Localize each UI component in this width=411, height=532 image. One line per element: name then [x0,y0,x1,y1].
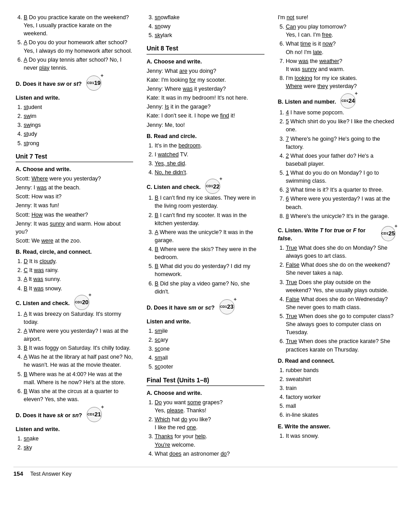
list-item: True What does she do on Monday? She alw… [286,244,395,260]
list-item: factory worker [286,393,395,401]
list-item: 4 I have some popcorn. [286,109,395,117]
list-item: B Where were the skis? They were in the … [155,245,264,261]
list-item: scooter [155,363,264,371]
cd-badge-24: CD1 24 [340,93,356,109]
unit8-sectionC-title: C. Listen and check. [147,183,201,191]
final-sectionA-title: A. Choose and write. [147,389,264,397]
list-item: Thanks for your help. You're welcome. [155,432,264,448]
listen-write-label-3: Listen and write. [147,318,264,326]
unit7-title: Unit 7 Test [16,152,133,162]
list-item: B What did you do yesterday? I did my ho… [155,262,264,278]
item-letter: A [24,57,27,63]
section-d-sk-title: D. Does it have sk or sn? [16,411,82,419]
list-item: Which hat do you like? I like the red on… [155,415,264,431]
list-item: How was the weather? It was sunny and wa… [286,57,395,73]
list-item: snowy [155,22,264,30]
footer-label: Test Answer Key [30,470,71,478]
list-item: strong [24,139,133,147]
cd-badge-22: CD1 22 [205,179,220,194]
list-item: A It was breezy on Saturday. It's stormy… [24,310,133,326]
final-sectionE-list: It was snowy. [278,432,395,440]
final-sectionB-title: B. Listen and number. [278,98,336,106]
list-item: A Do you play tennis after school? No, I… [24,56,133,72]
unit8-sectionC-list: B I can't find my ice skates. They were … [147,194,264,296]
cd-badge-19: CD1 19 [86,75,101,91]
list-item: B Did she play a video game? No, she did… [155,280,264,296]
unit8-sectionD: D. Does it have sm or sc? CD1 23 Listen … [147,299,264,371]
list-item: snake [24,435,133,443]
list-item: True When does she go to computer class?… [286,312,395,336]
list-item: A It was sunny. [24,275,133,283]
cd-badge-21: CD1 21 [87,407,102,422]
list-item: B It was foggy on Saturday. It's chilly … [24,344,133,352]
list-item: 2 What does your father do? He's a baseb… [286,152,395,168]
list-item: 7 Where's he going? He's going to the fa… [286,135,395,151]
list-item: mall [286,402,395,410]
list-item: B I can't find my ice skates. They were … [155,194,264,210]
final-sectionB: B. Listen and number. CD1 24 4 I have so… [278,93,395,220]
sm-sc-list: smile scary scone small scooter [147,327,264,371]
list-item: What does an astronomer do? [155,450,264,458]
list-item: 5 Which shirt do you like? I like the ch… [286,117,395,134]
list-item: I'm looking for my ice skates. Where wer… [286,74,395,90]
list-item: Can you play tomorrow? Yes, I can. I'm f… [286,23,395,39]
list-item: Yes, she did. [155,159,264,168]
list-item: True When does she practice karate? She … [286,337,395,353]
section-d-header: D. Does it have sw or st? CD1 19 [16,75,133,91]
list-item: swim [24,112,133,120]
final-sectionA-list: Do you want some grapes? Yes, please. Th… [147,398,264,458]
unit8-sectionB-title: B. Read and circle. [147,132,264,140]
list-item: A Do you do your homework after school? … [24,38,133,54]
section-d-sk-sn: D. Does it have sk or sn? CD1 21 Listen … [16,407,133,452]
final-sectionB-list: 4 I have some popcorn. 5 Which shirt do … [278,109,395,220]
final-sectionC-list: True What does she do on Monday? She alw… [278,244,395,354]
section-d-title: D. Does it have sw or st? [16,80,82,88]
unit7-sectionB-title: B. Read, circle, and connect. [16,248,133,256]
pre-section-list: B Do you practice karate on the weekend?… [16,13,133,72]
list-item: rubber bands [286,366,395,374]
list-item: It's in the bedroom. [155,142,264,150]
footer: 154 Test Answer Key [13,467,398,478]
final-sectionD-list: rubber bands sweatshirt train factory wo… [278,366,395,419]
list-item: 1 What do you do on Monday? I go to swim… [286,169,395,185]
list-item: It was snowy. [286,432,395,440]
cd-badge-25: CD1 25 [381,226,395,241]
unit7-sectionA-content: Scott: Where were you yesterday? Jenny: … [16,175,133,245]
list-item: A Where was the unicycle? It was in the … [155,228,264,244]
listen-write-label-2: Listen and write. [16,425,133,433]
column-3: I'm not sure! Can you play tomorrow? Yes… [276,13,398,459]
final-sectionA-list-continued: Can you play tomorrow? Yes, I can. I'm f… [278,23,395,90]
list-item: smile [155,327,264,335]
page-number: 154 [13,470,23,478]
list-item: small [155,354,264,362]
list-item: scary [155,336,264,344]
list-item: 8 Where's the unicycle? It's in the gara… [286,212,395,220]
list-item: snowflake [155,13,264,21]
unit8-title: Unit 8 Test [147,44,264,54]
list-item: sweatshirt [286,375,395,383]
list-item: 6 Where were you yesterday? I was at the… [286,195,395,211]
section-d-sw-st: D. Does it have sw or st? CD1 19 Listen … [16,75,133,147]
unit7-sectionC-list: A It was breezy on Saturday. It's stormy… [16,310,133,403]
list-item: B Do you practice karate on the weekend?… [24,13,133,38]
list-item: study [24,130,133,138]
list-item: False What does she do on the weekend? S… [286,261,395,277]
list-item: sky [24,444,133,452]
unit7-sectionC: C. Listen and check. CD1 20 A It was bre… [16,295,133,403]
final-sectionC: C. Listen. Write T for true or F for fal… [278,223,395,354]
list-item: 3 What time is it? It's a quarter to thr… [286,186,395,194]
list-item: C It was rainy. [24,266,133,274]
list-item: I watched TV. [155,151,264,159]
list-item: B I can't find my scooter. It was in the… [155,211,264,227]
unit8-sectionA-title: A. Choose and write. [147,58,264,66]
list-item: Do you want some grapes? Yes, please. Th… [155,398,264,415]
cd-badge-20: CD1 20 [74,295,89,310]
list-item: D It is cloudy. [24,257,133,265]
unit7-sectionB-list: D It is cloudy. C It was rainy. A It was… [16,257,133,293]
column-1: B Do you practice karate on the weekend?… [13,13,135,459]
item-letter: B [24,14,27,21]
unit8-sectionA-content: Jenny: What are you doing? Kate: I'm loo… [147,67,264,129]
list-item: B It was snowy. [24,285,133,293]
listen-write-label: Listen and write. [16,94,133,102]
final-test-title: Final Test (Units 1–8) [147,376,264,386]
